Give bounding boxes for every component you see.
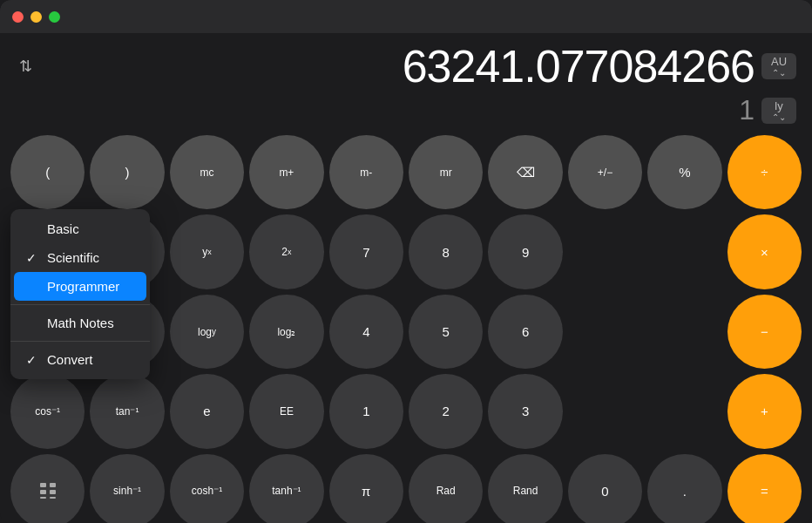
convert-checkmark: ✓ (26, 353, 40, 367)
calculator-window: ⇅ 63241.077084266 AU ⌃⌄ 1 ly ⌃⌄ ( ) mc m… (0, 0, 812, 523)
btn-mr[interactable]: mr (409, 135, 483, 209)
btn-open-paren[interactable]: ( (10, 135, 85, 209)
display-area: ⇅ 63241.077084266 AU ⌃⌄ 1 ly ⌃⌄ (0, 33, 812, 130)
titlebar (0, 0, 812, 33)
btn-percent[interactable]: % (647, 135, 721, 209)
btn-logy[interactable]: logy (170, 295, 244, 369)
btn-e[interactable]: e (170, 374, 244, 448)
btn-mc[interactable]: mc (170, 135, 244, 209)
display-top-row: ⇅ 63241.077084266 AU ⌃⌄ (16, 40, 796, 92)
svg-rect-4 (40, 497, 46, 499)
btn-5[interactable]: 5 (409, 295, 483, 369)
svg-rect-0 (40, 483, 46, 487)
btn-decimal[interactable]: . (647, 454, 721, 523)
menu-item-programmer[interactable]: Programmer (14, 272, 146, 301)
btn-atanh[interactable]: tanh⁻¹ (249, 454, 323, 523)
scientific-label: Scientific (47, 250, 99, 265)
btn-pi[interactable]: π (329, 454, 403, 523)
close-button[interactable] (12, 11, 24, 23)
btn-add[interactable]: + (727, 374, 802, 448)
svg-rect-1 (50, 483, 56, 487)
programmer-checkmark (26, 280, 40, 294)
basic-checkmark (26, 222, 40, 236)
minimize-button[interactable] (30, 11, 42, 23)
btn-rand[interactable]: Rand (488, 454, 562, 523)
mode-dropdown-menu: Basic ✓ Scientific Programmer Math Notes… (10, 209, 150, 379)
btn-plus-minus[interactable]: +/− (568, 135, 642, 209)
menu-item-basic[interactable]: Basic (10, 214, 150, 243)
btn-3[interactable]: 3 (488, 374, 562, 448)
btn-yx[interactable]: yx (170, 214, 244, 289)
svg-rect-3 (50, 490, 56, 494)
btn-backspace[interactable]: ⌫ (488, 135, 562, 209)
programmer-label: Programmer (47, 279, 119, 294)
top-unit-label: AU (771, 55, 787, 68)
math-notes-checkmark (26, 316, 40, 330)
btn-multiply[interactable]: × (727, 214, 802, 289)
bottom-unit-label: ly (775, 99, 782, 112)
bottom-unit-selector[interactable]: ly ⌃⌄ (761, 98, 796, 124)
btn-acos[interactable]: cos⁻¹ (10, 374, 85, 448)
scientific-checkmark: ✓ (26, 251, 40, 265)
top-unit-selector[interactable]: AU ⌃⌄ (761, 53, 796, 79)
btn-mplus[interactable]: m+ (249, 135, 323, 209)
btn-4[interactable]: 4 (329, 295, 403, 369)
btn-acosh[interactable]: cosh⁻¹ (170, 454, 244, 523)
math-notes-label: Math Notes (47, 316, 114, 330)
btn-subtract[interactable]: − (727, 295, 802, 369)
convert-label: Convert (47, 352, 93, 367)
menu-divider (10, 304, 150, 305)
top-unit-arrows: ⌃⌄ (772, 68, 786, 78)
btn-8[interactable]: 8 (409, 214, 483, 289)
btn-asinh[interactable]: sinh⁻¹ (90, 454, 164, 523)
display-second-row: 1 ly ⌃⌄ (16, 94, 796, 126)
svg-rect-5 (50, 497, 56, 499)
btn-calc-icon[interactable] (10, 454, 85, 523)
basic-label: Basic (47, 221, 79, 236)
btn-log2[interactable]: log₂ (249, 295, 323, 369)
btn-9[interactable]: 9 (488, 214, 562, 289)
menu-item-convert[interactable]: ✓ Convert (10, 345, 150, 374)
btn-6[interactable]: 6 (488, 295, 562, 369)
menu-item-scientific[interactable]: ✓ Scientific (10, 243, 150, 272)
bottom-unit-arrows: ⌃⌄ (772, 112, 786, 122)
btn-0[interactable]: 0 (568, 454, 642, 523)
btn-1[interactable]: 1 (329, 374, 403, 448)
sort-icon[interactable]: ⇅ (16, 55, 36, 78)
btn-2x[interactable]: 2x (249, 214, 323, 289)
btn-rad[interactable]: Rad (409, 454, 483, 523)
btn-close-paren[interactable]: ) (90, 135, 164, 209)
btn-divide[interactable]: ÷ (727, 135, 802, 209)
btn-atan[interactable]: tan⁻¹ (90, 374, 164, 448)
btn-7[interactable]: 7 (329, 214, 403, 289)
main-display: 63241.077084266 (43, 40, 754, 92)
menu-item-math-notes[interactable]: Math Notes (10, 309, 150, 337)
btn-equals[interactable]: = (727, 454, 802, 523)
btn-mminus[interactable]: m- (329, 135, 403, 209)
btn-2[interactable]: 2 (409, 374, 483, 448)
maximize-button[interactable] (49, 11, 60, 23)
secondary-display: 1 (739, 94, 754, 126)
btn-ee[interactable]: EE (249, 374, 323, 448)
svg-rect-2 (40, 490, 46, 494)
menu-divider-2 (10, 341, 150, 342)
